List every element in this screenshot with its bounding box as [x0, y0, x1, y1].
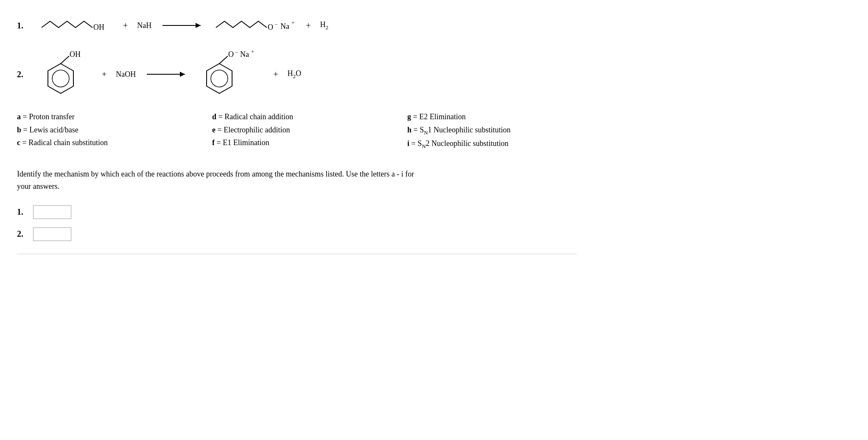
- svg-point-10: [211, 70, 228, 87]
- svg-text:OH: OH: [70, 50, 81, 59]
- svg-text:Na: Na: [280, 22, 289, 31]
- product-2-phenoxide: O − Na +: [196, 51, 264, 98]
- answer-2-label: 2.: [17, 229, 29, 239]
- mechanism-c: c = Radical chain substitution: [17, 136, 187, 149]
- svg-text:O: O: [268, 23, 273, 31]
- svg-text:OH: OH: [93, 23, 104, 31]
- mech-c-eq: = Radical chain substitution: [22, 138, 108, 147]
- mechanism-h: h = SN1 Nucleophilic substitution: [407, 123, 577, 137]
- svg-text:Na: Na: [240, 50, 249, 59]
- mech-d-eq: = Radical chain addition: [218, 112, 294, 121]
- svg-text:−: −: [274, 21, 277, 28]
- mechanism-e: e = Electrophilic addition: [212, 123, 382, 137]
- mech-g-eq: = E2 Elimination: [413, 112, 466, 121]
- product-1-alkyl-o-na: O − Na +: [212, 13, 297, 38]
- mech-d-letter: d: [212, 112, 216, 121]
- mech-b-letter: b: [17, 126, 21, 134]
- reactant-1-alkyl-oh: OH: [37, 13, 114, 38]
- mechanism-col-3: g = E2 Elimination h = SN1 Nucleophilic …: [407, 110, 577, 151]
- svg-point-6: [52, 70, 69, 87]
- mech-i-letter: i: [407, 139, 409, 148]
- answer-2-row: 2.: [17, 227, 577, 241]
- mechanism-col-1: a = Proton transfer b = Lewis acid/base …: [17, 110, 187, 151]
- answer-1-input[interactable]: [33, 205, 71, 219]
- mechanism-i: i = SN2 Nucleophilic substitution: [407, 137, 577, 151]
- mech-e-eq: = Electrophilic addition: [218, 126, 290, 134]
- mech-f-eq: = E1 Elimination: [217, 138, 269, 147]
- mech-c-letter: c: [17, 138, 20, 147]
- reaction-2-section: 2. OH + NaOH O − Na + + H2O: [17, 51, 577, 98]
- svg-text:+: +: [251, 48, 254, 55]
- plus-1: +: [123, 21, 128, 31]
- reactant-2-phenol: OH: [37, 51, 92, 98]
- svg-line-11: [219, 56, 228, 64]
- mech-h-letter: h: [407, 126, 412, 134]
- mechanism-a: a = Proton transfer: [17, 110, 187, 123]
- svg-text:O: O: [228, 50, 234, 59]
- reagent-2: NaOH: [116, 70, 136, 79]
- svg-marker-5: [48, 64, 73, 93]
- product-1-h2: H2: [320, 20, 329, 31]
- reaction-1-row: 1. OH + NaH O − Na + + H2: [17, 13, 577, 38]
- product-2-h2o: H2O: [288, 69, 302, 80]
- plus-2b: +: [273, 70, 278, 79]
- reaction-arrow-1: [162, 25, 201, 26]
- mech-g-letter: g: [407, 112, 411, 121]
- answer-1-label: 1.: [17, 207, 29, 217]
- mechanisms-grid: a = Proton transfer b = Lewis acid/base …: [17, 110, 577, 151]
- mech-h-eq: = SN1 Nucleophilic substitution: [414, 126, 511, 134]
- answer-1-row: 1.: [17, 205, 577, 219]
- svg-marker-9: [207, 64, 232, 93]
- mechanism-f: f = E1 Elimination: [212, 136, 382, 149]
- mechanism-col-2: d = Radical chain addition e = Electroph…: [212, 110, 382, 151]
- bottom-divider: [17, 254, 577, 254]
- svg-line-7: [61, 56, 69, 64]
- mech-a-letter: a: [17, 112, 21, 121]
- mech-f-letter: f: [212, 138, 215, 147]
- svg-text:+: +: [291, 20, 294, 26]
- mechanism-b: b = Lewis acid/base: [17, 123, 187, 137]
- reaction-2-number: 2.: [17, 70, 30, 79]
- instruction-text: Identify the mechanism by which each of …: [17, 168, 420, 193]
- reaction-1-section: 1. OH + NaH O − Na + + H2: [17, 13, 577, 38]
- reaction-arrow-2: [147, 74, 185, 75]
- plus-1b: +: [306, 21, 311, 31]
- mechanism-g: g = E2 Elimination: [407, 110, 577, 123]
- mechanism-d: d = Radical chain addition: [212, 110, 382, 123]
- mech-e-letter: e: [212, 126, 216, 134]
- reagent-1: NaH: [137, 21, 151, 30]
- reaction-1-number: 1.: [17, 21, 30, 31]
- answer-2-input[interactable]: [33, 227, 71, 241]
- svg-text:−: −: [235, 49, 238, 56]
- mech-i-eq: = SN2 Nucleophilic substitution: [412, 139, 509, 148]
- plus-2: +: [102, 70, 106, 79]
- reaction-2-row: 2. OH + NaOH O − Na + + H2O: [17, 51, 577, 98]
- mech-a-eq: = Proton transfer: [23, 112, 75, 121]
- mech-b-eq: = Lewis acid/base: [23, 126, 78, 134]
